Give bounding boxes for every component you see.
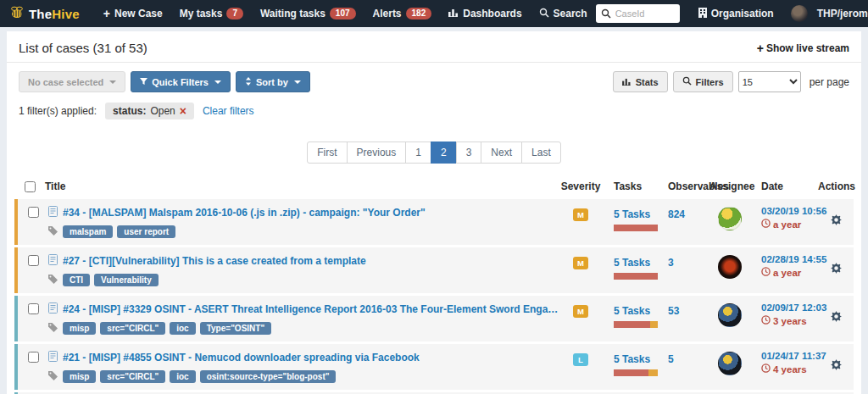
brand-text: TheHive <box>29 7 80 21</box>
row-actions-gear-icon[interactable] <box>831 358 842 374</box>
observables-count-link[interactable]: 824 <box>668 208 685 220</box>
no-case-selected-dropdown[interactable]: No case selected <box>19 71 125 92</box>
case-tag: malspam <box>63 225 113 238</box>
caseid-input[interactable] <box>615 8 675 19</box>
tasks-progress-bar <box>614 225 658 231</box>
case-date: 03/20/19 10:56 <box>761 206 818 216</box>
alerts-menu[interactable]: Alerts 182 <box>364 0 441 27</box>
tags-icon <box>48 320 58 336</box>
header-actions: Actions <box>818 180 854 192</box>
tasks-link[interactable]: 5 Tasks <box>614 257 650 269</box>
dashboards-menu[interactable]: Dashboards <box>440 0 530 27</box>
case-title-link[interactable]: #24 - [MISP] #3329 OSINT - ASERT Threat … <box>63 303 559 315</box>
case-tag: user report <box>117 225 175 238</box>
row-actions-gear-icon[interactable] <box>831 214 842 229</box>
search-icon <box>601 8 611 19</box>
waiting-tasks-menu[interactable]: Waiting tasks 107 <box>252 0 364 27</box>
organisation-menu[interactable]: Organisation <box>690 0 782 27</box>
case-date: 02/28/19 14:55 <box>761 254 818 264</box>
header-severity: Severity <box>559 180 603 192</box>
severity-badge: M <box>573 257 588 269</box>
tasks-link[interactable]: 5 Tasks <box>614 305 650 317</box>
row-checkbox[interactable] <box>28 255 39 266</box>
show-live-stream-link[interactable]: + Show live stream <box>757 42 849 54</box>
pagination-page-2-active[interactable]: 2 <box>431 142 457 164</box>
thehive-logo[interactable]: TheHive <box>8 6 80 22</box>
tasks-link[interactable]: 5 Tasks <box>614 353 650 365</box>
tasks-progress-bar <box>614 369 658 376</box>
sort-by-dropdown[interactable]: Sort by <box>236 71 310 92</box>
chevron-down-icon <box>214 80 221 84</box>
filters-applied-label: 1 filter(s) applied: <box>19 105 97 117</box>
case-tag: src="CIRCL" <box>100 322 165 335</box>
header-observables: Observables <box>657 180 709 192</box>
bar-chart-icon <box>448 8 459 19</box>
table-header-row: Title Severity Tasks Observables Assigne… <box>14 179 854 199</box>
pagination-last[interactable]: Last <box>521 142 561 164</box>
alerts-count-badge: 182 <box>406 8 432 19</box>
pagination-page-3[interactable]: 3 <box>456 142 482 164</box>
assignee-avatar <box>718 207 742 230</box>
header-tasks: Tasks <box>603 180 657 192</box>
observables-count-link[interactable]: 3 <box>668 257 674 269</box>
user-menu[interactable]: THP/jerome <box>782 0 868 27</box>
select-all-checkbox[interactable] <box>25 181 36 192</box>
top-navbar: TheHive + New Case My tasks 7 Waiting ta… <box>0 0 868 27</box>
case-title-link[interactable]: #34 - [MALSPAM] Malspam 2016-10-06 (.js … <box>63 207 426 219</box>
pagination-page-1[interactable]: 1 <box>405 142 431 164</box>
severity-badge: M <box>573 208 588 221</box>
case-date: 01/24/17 11:37 <box>761 351 818 361</box>
case-tag: misp <box>63 322 96 335</box>
stats-button[interactable]: Stats <box>613 71 668 92</box>
row-actions-gear-icon[interactable] <box>831 262 842 277</box>
filters-button[interactable]: Filters <box>673 71 733 92</box>
case-tag: misp <box>63 370 96 383</box>
progress-segment-inprogress <box>650 321 658 328</box>
case-file-icon <box>48 351 58 364</box>
row-checkbox[interactable] <box>28 352 39 363</box>
case-date: 02/09/17 12:03 <box>761 302 818 313</box>
case-file-icon <box>48 302 58 316</box>
case-tag: Vulnerability <box>94 274 159 286</box>
chevron-down-icon <box>109 80 116 84</box>
search-icon <box>682 76 692 87</box>
case-row: #27 - [CTI][Vulnerability] This is a cas… <box>14 247 854 293</box>
pagination-previous[interactable]: Previous <box>347 142 407 164</box>
main-panel: List of cases (31 of 53) + Show live str… <box>7 31 861 394</box>
case-age: a year <box>773 268 801 278</box>
observables-count-link[interactable]: 53 <box>668 305 679 317</box>
quick-filters-dropdown[interactable]: Quick Filters <box>131 71 231 92</box>
pagination: First Previous 1 2 3 Next Last <box>307 142 560 164</box>
clear-filters-link[interactable]: Clear filters <box>203 105 254 117</box>
progress-segment-incomplete <box>614 321 650 328</box>
case-age: a year <box>773 219 801 230</box>
header-title: Title <box>45 180 559 192</box>
case-row: #24 - [MISP] #3329 OSINT - ASERT Threat … <box>14 296 854 341</box>
search-icon <box>539 8 549 20</box>
row-actions-gear-icon[interactable] <box>831 310 842 325</box>
remove-filter-icon[interactable]: × <box>180 107 186 115</box>
my-tasks-menu[interactable]: My tasks 7 <box>171 0 252 27</box>
caseid-search-box[interactable] <box>596 4 680 23</box>
severity-badge: L <box>573 353 588 366</box>
row-checkbox[interactable] <box>28 207 39 218</box>
clock-icon <box>761 315 771 326</box>
tasks-progress-bar <box>614 321 658 328</box>
pagination-next[interactable]: Next <box>481 142 522 164</box>
new-case-button[interactable]: + New Case <box>95 0 171 27</box>
case-title-link[interactable]: #21 - [MISP] #4855 OSINT - Nemucod downl… <box>63 352 420 363</box>
observables-count-link[interactable]: 5 <box>668 353 674 365</box>
case-title-link[interactable]: #27 - [CTI][Vulnerability] This is a cas… <box>63 255 366 267</box>
row-checkbox[interactable] <box>28 303 39 314</box>
search-menu[interactable]: Search <box>531 0 596 27</box>
assignee-avatar <box>718 255 742 279</box>
page-size-select[interactable]: 15 <box>738 71 801 92</box>
tasks-link[interactable]: 5 Tasks <box>614 208 650 220</box>
pagination-first[interactable]: First <box>307 142 347 164</box>
user-avatar <box>791 5 808 22</box>
clock-icon <box>761 363 771 375</box>
case-tag: osint:source-type="blog-post" <box>200 370 337 383</box>
case-tag: src="CIRCL" <box>100 370 165 383</box>
severity-badge: M <box>573 305 588 318</box>
case-tag: Type="OSINT" <box>200 322 271 335</box>
